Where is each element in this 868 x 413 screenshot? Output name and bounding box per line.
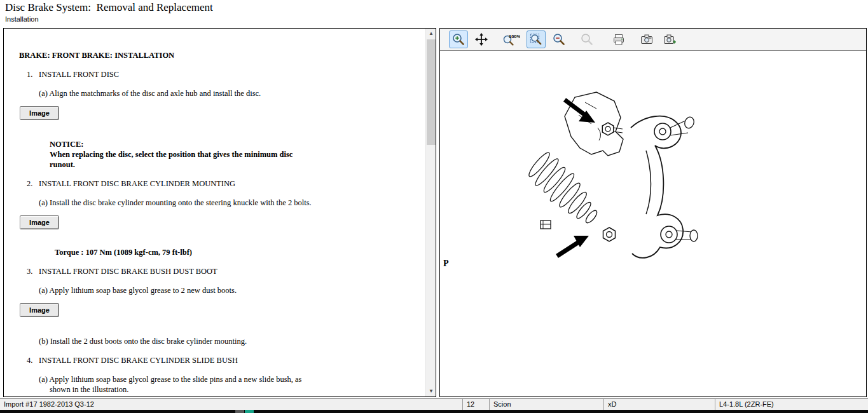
step-4-number: 4.: [27, 355, 39, 365]
zoom-100-label: 100%: [509, 34, 520, 39]
step-1-title: INSTALL FRONT DISC: [39, 69, 119, 79]
step-4-title: INSTALL FRONT DISC BRAKE CYLINDER SLIDE …: [39, 355, 238, 365]
zoom-100-icon[interactable]: 100%: [500, 30, 523, 48]
status-make: Scion: [490, 399, 604, 410]
page-subtitle: Installation: [5, 15, 39, 23]
brake-diagram: [490, 90, 699, 293]
viewer-canvas[interactable]: P: [440, 51, 866, 396]
zoom-select-icon: [577, 30, 596, 48]
step-2-title: INSTALL FRONT DISC BRAKE CYLINDER MOUNTI…: [39, 179, 235, 189]
notice-block: NOTICE: When replacing the disc, select …: [50, 139, 304, 170]
copy-image-icon[interactable]: [637, 30, 656, 48]
status-import: Import #17 1982-2013 Q3-12: [0, 399, 463, 410]
step-1-substep-a: (a) Align the matchmarks of the disc and…: [50, 88, 313, 98]
notice-text: When replacing the disc, select the posi…: [50, 149, 304, 170]
step-3: 3. INSTALL FRONT DISC BRAKE BUSH DUST BO…: [27, 266, 406, 276]
step-2-number: 2.: [27, 179, 39, 189]
page-title: Disc Brake System: Removal and Replaceme…: [5, 1, 213, 14]
status-model: xD: [604, 399, 715, 410]
scrollbar-down-icon[interactable]: ▼: [426, 386, 436, 396]
image-button-1[interactable]: Image: [20, 106, 59, 120]
procedure-document: BRAKE: FRONT BRAKE: INSTALLATION 1. INST…: [4, 29, 425, 396]
scrollbar[interactable]: ▲ ▼: [425, 29, 436, 396]
status-page: 12: [463, 399, 490, 410]
export-image-icon[interactable]: [660, 30, 679, 48]
scrollbar-thumb[interactable]: [427, 39, 436, 145]
step-3-substep-a: (a) Apply lithium soap base glycol greas…: [50, 285, 313, 295]
section-heading: BRAKE: FRONT BRAKE: INSTALLATION: [19, 50, 406, 60]
taskbar-item-teal: [245, 410, 254, 413]
app-window: Disc Brake System: Removal and Replaceme…: [0, 0, 868, 413]
notice-label: NOTICE:: [50, 139, 304, 149]
zoom-out-icon[interactable]: [549, 30, 568, 48]
window-header: Disc Brake System: Removal and Replaceme…: [0, 0, 868, 27]
step-3-substep-b: (b) Install the 2 dust boots onto the di…: [50, 336, 313, 346]
taskbar-sliver: [0, 410, 868, 413]
taskbar-item-gray: [235, 410, 244, 413]
zoom-fit-icon[interactable]: [527, 30, 546, 48]
step-4: 4. INSTALL FRONT DISC BRAKE CYLINDER SLI…: [27, 355, 406, 365]
viewer-toolbar: 100%: [440, 29, 866, 51]
zoom-in-icon[interactable]: [449, 30, 468, 48]
step-1-number: 1.: [27, 69, 39, 79]
step-2-substep-a: (a) Install the disc brake cylinder moun…: [50, 198, 313, 208]
torque-spec: Torque : 107 Nm (1089 kgf-cm, 79 ft-lbf): [55, 247, 406, 257]
step-2: 2. INSTALL FRONT DISC BRAKE CYLINDER MOU…: [27, 179, 406, 189]
step-3-number: 3.: [27, 266, 39, 276]
image-viewer-panel: 100%: [439, 28, 867, 397]
print-icon[interactable]: [609, 30, 628, 48]
step-1: 1. INSTALL FRONT DISC: [27, 69, 406, 79]
procedure-panel: BRAKE: FRONT BRAKE: INSTALLATION 1. INST…: [3, 28, 436, 397]
image-button-3[interactable]: Image: [20, 303, 59, 317]
viewer-side-label: P: [443, 259, 449, 269]
status-bar: Import #17 1982-2013 Q3-12 12 Scion xD L…: [0, 398, 868, 410]
scrollbar-up-icon[interactable]: ▲: [426, 29, 436, 39]
status-engine: L4-1.8L (2ZR-FE): [715, 399, 868, 410]
step-4-substep-a: (a) Apply lithium soap base glycol greas…: [50, 374, 313, 395]
pan-icon[interactable]: [472, 30, 491, 48]
image-button-2[interactable]: Image: [20, 215, 59, 229]
step-3-title: INSTALL FRONT DISC BRAKE BUSH DUST BOOT: [39, 266, 217, 276]
